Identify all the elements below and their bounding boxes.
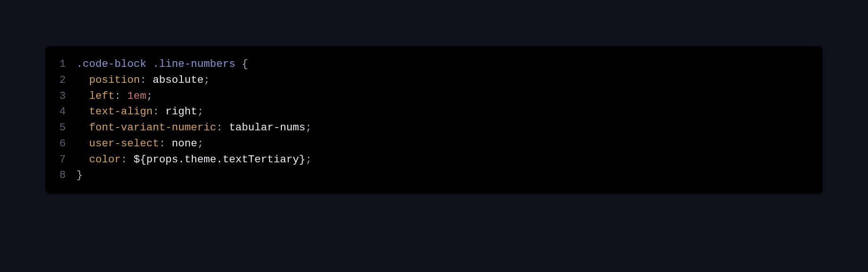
code-content: text-align: right; [76,104,204,120]
code-line: 4 text-align: right; [59,104,809,120]
code-line: 5 font-variant-numeric: tabular-nums; [59,120,809,136]
line-number: 6 [59,136,76,152]
line-number: 7 [59,152,76,168]
code-content: left: 1em; [76,88,153,104]
code-content: } [76,168,83,184]
code-block[interactable]: 1 .code-block .line-numbers { 2 position… [45,46,823,194]
line-number: 3 [59,88,76,104]
line-number: 8 [59,168,76,184]
code-line: 8 } [59,168,809,184]
code-line: 7 color: ${props.theme.textTertiary}; [59,152,809,168]
line-number: 4 [59,104,76,120]
code-content: .code-block .line-numbers { [76,56,248,72]
line-number: 1 [59,56,76,72]
code-line: 2 position: absolute; [59,72,809,88]
code-content: font-variant-numeric: tabular-nums; [76,120,312,136]
line-number: 2 [59,72,76,88]
code-content: user-select: none; [76,136,204,152]
line-number: 5 [59,120,76,136]
code-content: position: absolute; [76,72,210,88]
code-line: 6 user-select: none; [59,136,809,152]
code-content: color: ${props.theme.textTertiary}; [76,152,312,168]
code-line: 3 left: 1em; [59,88,809,104]
code-line: 1 .code-block .line-numbers { [59,56,809,72]
